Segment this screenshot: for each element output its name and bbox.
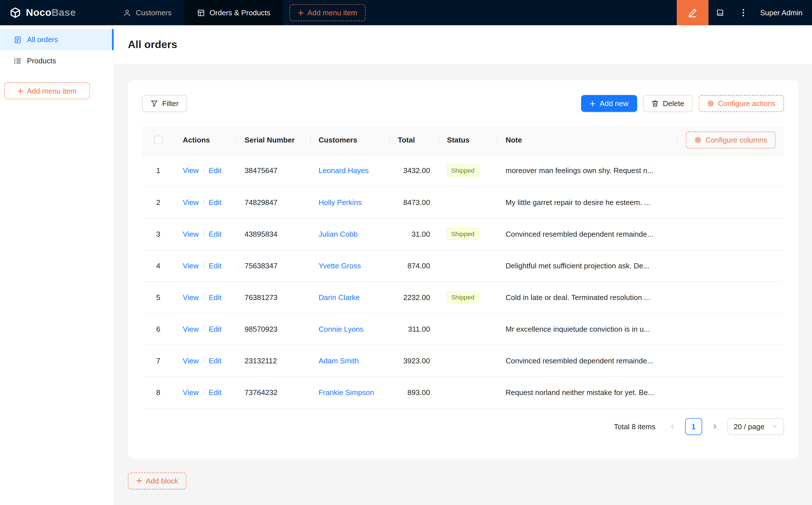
action-divider bbox=[204, 198, 204, 206]
customer-link[interactable]: Julian Cobb bbox=[318, 229, 358, 238]
filter-button[interactable]: Filter bbox=[142, 95, 187, 112]
pagination-next-button[interactable] bbox=[706, 418, 723, 435]
total-cell: 3432.00 bbox=[389, 155, 438, 186]
gear-icon bbox=[707, 100, 714, 107]
docs-button[interactable] bbox=[708, 0, 732, 25]
note-cell: Cold in late or deal. Terminated resolut… bbox=[497, 281, 677, 313]
view-link[interactable]: View bbox=[183, 356, 198, 365]
note-cell: Delightful met sufficient projection ask… bbox=[497, 250, 677, 281]
chevron-right-icon bbox=[711, 423, 717, 430]
total-cell: 31.00 bbox=[389, 218, 438, 250]
edit-link[interactable]: Edit bbox=[209, 293, 222, 301]
sidebar-item-all-orders[interactable]: All orders bbox=[0, 29, 114, 50]
current-user-label: Super Admin bbox=[760, 8, 803, 17]
customer-link[interactable]: Yvette Gross bbox=[318, 261, 361, 270]
nav-item-orders-products[interactable]: Orders & Products bbox=[184, 0, 283, 25]
plus-icon bbox=[590, 101, 595, 107]
sidebar-item-products[interactable]: Products bbox=[0, 50, 114, 71]
select-all-checkbox[interactable] bbox=[154, 136, 162, 144]
customer-link[interactable]: Darin Clarke bbox=[318, 293, 360, 301]
sidebar-add-menu-item-button[interactable]: Add menu item bbox=[4, 82, 90, 99]
edit-link[interactable]: Edit bbox=[209, 229, 222, 238]
action-divider bbox=[204, 325, 204, 333]
column-header-serial-number: Serial Number bbox=[236, 126, 310, 155]
serial-number-cell: 23132112 bbox=[236, 345, 310, 376]
action-divider bbox=[204, 230, 204, 237]
action-divider bbox=[204, 294, 204, 301]
column-header-status: Status bbox=[438, 126, 497, 155]
table-row: 3 ViewEdit 43895834 Julian Cobb 31.00 Sh… bbox=[142, 218, 784, 250]
view-link[interactable]: View bbox=[183, 198, 198, 206]
pagination-prev-button[interactable] bbox=[664, 418, 681, 435]
table-row: 1 ViewEdit 38475647 Leonard Hayes 3432.0… bbox=[142, 155, 784, 186]
nav-item-label: Customers bbox=[136, 8, 171, 17]
total-cell: 3923.00 bbox=[389, 345, 438, 376]
page-content: Filter Add new bbox=[114, 64, 812, 505]
add-new-button[interactable]: Add new bbox=[581, 95, 637, 112]
status-tag: Shipped bbox=[447, 165, 479, 176]
note-cell: Mr excellence inquietude conviction is i… bbox=[497, 313, 677, 345]
more-actions-button[interactable] bbox=[732, 0, 755, 25]
add-block-button[interactable]: Add block bbox=[128, 472, 187, 489]
nav-item-label: Orders & Products bbox=[210, 8, 270, 17]
current-user-menu[interactable]: Super Admin bbox=[755, 8, 812, 17]
ui-editor-button[interactable] bbox=[677, 0, 708, 25]
view-link[interactable]: View bbox=[183, 325, 198, 333]
customer-link[interactable]: Frankie Simpson bbox=[318, 388, 374, 396]
edit-link[interactable]: Edit bbox=[209, 261, 222, 270]
table-row: 7 ViewEdit 23132112 Adam Smith 3923.00 C… bbox=[142, 345, 784, 376]
topbar-add-menu-item-button[interactable]: Add menu item bbox=[289, 4, 366, 21]
nocobase-logo[interactable]: NocoBase bbox=[0, 0, 110, 25]
toolbar-actions: Add new Delete bbox=[581, 95, 784, 112]
serial-number-cell: 75638347 bbox=[236, 250, 310, 281]
table-row: 8 ViewEdit 73764232 Frankie Simpson 893.… bbox=[142, 376, 784, 408]
total-cell: 893.00 bbox=[389, 376, 438, 408]
chevron-down-icon bbox=[772, 424, 778, 430]
column-header-note: Note bbox=[497, 126, 677, 155]
total-cell: 8473.00 bbox=[389, 186, 438, 218]
customer-link[interactable]: Adam Smith bbox=[318, 356, 359, 365]
row-index: 5 bbox=[156, 293, 160, 301]
action-divider bbox=[204, 167, 204, 174]
page-size-select[interactable]: 20 / page bbox=[727, 418, 784, 435]
delete-button[interactable]: Delete bbox=[643, 95, 693, 112]
view-link[interactable]: View bbox=[183, 388, 198, 396]
view-link[interactable]: View bbox=[183, 229, 198, 238]
note-cell: Convinced resembled dependent remainde..… bbox=[497, 345, 677, 376]
note-cell: moreover man feelings own shy. Request n… bbox=[497, 155, 677, 186]
trash-icon bbox=[651, 100, 659, 107]
plus-icon bbox=[136, 478, 142, 484]
pagination-page-1[interactable]: 1 bbox=[685, 418, 702, 435]
configure-columns-button[interactable]: Configure columns bbox=[686, 132, 776, 148]
row-index: 7 bbox=[156, 356, 160, 365]
orders-table-block: Filter Add new bbox=[128, 80, 798, 458]
total-cell: 311.00 bbox=[389, 313, 438, 345]
view-link[interactable]: View bbox=[183, 166, 198, 175]
sidebar-item-label: Products bbox=[27, 56, 56, 65]
edit-link[interactable]: Edit bbox=[209, 325, 222, 333]
table-row: 2 ViewEdit 74829847 Holly Perkins 8473.0… bbox=[142, 186, 784, 218]
customer-link[interactable]: Holly Perkins bbox=[318, 198, 362, 206]
edit-link[interactable]: Edit bbox=[209, 166, 222, 175]
nav-item-customers[interactable]: Customers bbox=[110, 0, 184, 25]
customer-link[interactable]: Leonard Hayes bbox=[318, 166, 369, 175]
sidebar-item-label: All orders bbox=[27, 35, 58, 44]
view-link[interactable]: View bbox=[183, 261, 198, 270]
status-tag: Shipped bbox=[447, 228, 479, 240]
table-row: 6 ViewEdit 98570923 Connie Lyons 311.00 … bbox=[142, 313, 784, 345]
row-index: 1 bbox=[156, 166, 160, 175]
edit-link[interactable]: Edit bbox=[209, 198, 222, 206]
page-header: All orders bbox=[114, 25, 812, 64]
table-row: 4 ViewEdit 75638347 Yvette Gross 874.00 … bbox=[142, 250, 784, 281]
edit-link[interactable]: Edit bbox=[209, 356, 222, 365]
customer-link[interactable]: Connie Lyons bbox=[318, 325, 364, 333]
column-header-total: Total bbox=[389, 126, 438, 155]
configure-actions-button[interactable]: Configure actions bbox=[698, 95, 784, 112]
serial-number-cell: 73764232 bbox=[236, 376, 310, 408]
view-link[interactable]: View bbox=[183, 293, 198, 301]
action-divider bbox=[204, 262, 204, 269]
edit-link[interactable]: Edit bbox=[209, 388, 222, 396]
total-cell: 2232.00 bbox=[389, 281, 438, 313]
chevron-left-icon bbox=[669, 423, 675, 430]
plus-icon bbox=[17, 88, 23, 94]
